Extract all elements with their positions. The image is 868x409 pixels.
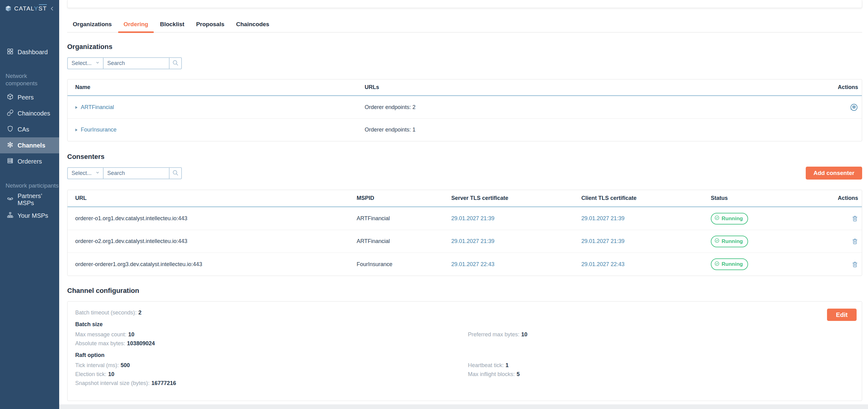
sidebar-item-label: Dashboard — [18, 49, 48, 56]
orderer-endpoints-cell: Orderer endpoints: 2 — [365, 104, 821, 110]
chevron-down-icon — [95, 170, 100, 176]
sidebar-item-cas[interactable]: CAs — [0, 121, 59, 137]
heartbeat-tick: Heartbeat tick:1 — [468, 361, 854, 370]
consenter-mspid: FourInsurance — [356, 261, 451, 268]
batch-timeout: Batch timeout (seconds):2 — [75, 308, 854, 317]
consenter-url: orderer-o2.org1.dev.catalyst.intellecteu… — [75, 238, 356, 244]
trash-icon[interactable] — [852, 238, 858, 245]
column-header-client-cert: Client TLS certificate — [581, 195, 711, 201]
client-cert-link[interactable]: 29.01.2027 22:43 — [581, 261, 711, 268]
channel-configuration-heading: Channel configuration — [67, 286, 862, 295]
tab-blocklist[interactable]: Blocklist — [160, 20, 184, 28]
org-chart-icon — [7, 212, 13, 220]
sidebar-item-peers[interactable]: Peers — [0, 89, 59, 105]
max-inflight-blocks: Max inflight blocks:5 — [468, 370, 854, 379]
column-header-server-cert: Server TLS certificate — [451, 195, 581, 201]
add-consenter-button[interactable]: Add consenter — [806, 167, 862, 179]
tab-organizations[interactable]: Organizations — [73, 20, 112, 28]
scrolled-card-bottom-edge — [67, 0, 862, 8]
consenter-mspid: ARTFinancial — [356, 215, 451, 222]
column-header-urls: URLs — [365, 84, 821, 91]
organization-link[interactable]: FourInsurance — [81, 127, 117, 133]
channel-configuration-card: Edit Batch timeout (seconds):2 Batch siz… — [67, 301, 862, 401]
sidebar-item-partners-msps[interactable]: Partners’ MSPs — [0, 192, 59, 208]
consenters-filter-select[interactable]: Select... — [68, 168, 103, 179]
table-row: ARTFinancial Orderer endpoints: 2 — [67, 96, 862, 118]
sidebar-nav: Dashboard Network components Peers — [0, 44, 59, 224]
consenters-filter-group: Select... — [67, 167, 182, 179]
tab-bar: Organizations Ordering Blocklist Proposa… — [67, 20, 862, 33]
sidebar-item-label: Chaincodes — [18, 110, 50, 117]
organizations-search-input[interactable] — [103, 58, 169, 69]
tab-proposals[interactable]: Proposals — [196, 20, 224, 28]
organizations-search-button[interactable] — [169, 58, 181, 69]
sidebar-collapse-icon[interactable] — [49, 6, 55, 11]
sidebar-item-label: Orderers — [18, 158, 42, 165]
sidebar-item-dashboard[interactable]: Dashboard — [0, 44, 59, 60]
select-placeholder: Select... — [71, 60, 92, 67]
app-root: CATALYST Dashboard Network components — [0, 0, 868, 409]
consenters-search-input[interactable] — [103, 168, 169, 179]
server-cert-link[interactable]: 29.01.2027 21:39 — [451, 238, 581, 244]
server-cert-link[interactable]: 29.01.2027 22:43 — [451, 261, 581, 268]
status-badge: Running — [711, 213, 748, 225]
search-icon — [172, 60, 179, 67]
tick-interval: Tick interval (ms):500 — [75, 361, 468, 370]
column-header-mspid: MSPID — [356, 195, 451, 201]
sync-organization-icon[interactable] — [850, 103, 858, 111]
server-cert-link[interactable]: 29.01.2027 21:39 — [451, 215, 581, 222]
trash-icon[interactable] — [852, 215, 858, 222]
column-header-url: URL — [75, 195, 356, 201]
sidebar-item-label: Your MSPs — [18, 212, 48, 219]
snapshot-interval-size: Snapshot interval size (bytes):16777216 — [75, 379, 468, 388]
peers-cube-icon — [7, 93, 13, 102]
organization-link[interactable]: ARTFinancial — [81, 104, 114, 110]
organizations-search-wrap — [103, 58, 169, 69]
client-cert-link[interactable]: 29.01.2027 21:39 — [581, 238, 711, 244]
sidebar-item-chaincodes[interactable]: Chaincodes — [0, 105, 59, 121]
tab-chaincodes[interactable]: Chaincodes — [236, 20, 270, 28]
sidebar-item-label: Peers — [18, 94, 34, 101]
sidebar-item-label: Channels — [18, 142, 45, 149]
expand-caret-icon[interactable] — [75, 104, 78, 110]
sidebar-item-channels[interactable]: Channels — [0, 137, 59, 154]
orderer-endpoints-cell: Orderer endpoints: 1 — [365, 127, 821, 133]
column-header-name: Name — [75, 84, 365, 91]
consenter-mspid: ARTFinancial — [356, 238, 451, 244]
client-cert-link[interactable]: 29.01.2027 21:39 — [581, 215, 711, 222]
consenters-table: URL MSPID Server TLS certificate Client … — [67, 190, 862, 276]
sidebar-item-your-msps[interactable]: Your MSPs — [0, 208, 59, 224]
brand-name: CATALYST — [14, 5, 47, 12]
trash-icon[interactable] — [852, 261, 858, 268]
consenter-url: orderer-orderer1.org3.dev.catalyst.intel… — [75, 261, 356, 268]
consenters-table-header: URL MSPID Server TLS certificate Client … — [67, 190, 862, 207]
check-circle-icon — [714, 261, 720, 268]
logo: CATALYST — [0, 0, 59, 17]
organizations-toolbar: Select... — [67, 57, 862, 69]
expand-caret-icon[interactable] — [75, 127, 78, 133]
consenters-search-button[interactable] — [169, 168, 181, 179]
table-row: orderer-orderer1.org3.dev.catalyst.intel… — [67, 253, 862, 276]
sidebar-section-network-components: Network components — [0, 72, 59, 87]
shield-icon — [7, 125, 13, 134]
tab-ordering[interactable]: Ordering — [124, 20, 148, 28]
sidebar-item-label: Partners’ MSPs — [18, 193, 59, 207]
organizations-filter-select[interactable]: Select... — [68, 58, 103, 69]
organizations-table-header: Name URLs Actions — [67, 79, 862, 96]
max-message-count: Max message count:10 — [75, 330, 468, 339]
logo-icon — [5, 5, 12, 13]
organizations-table: Name URLs Actions ARTFinancial Orderer e… — [67, 79, 862, 141]
channels-network-icon — [7, 141, 13, 150]
sidebar-item-orderers[interactable]: Orderers — [0, 154, 59, 169]
handshake-icon — [7, 196, 13, 204]
status-badge: Running — [711, 259, 748, 270]
consenters-heading: Consenters — [67, 152, 862, 161]
organizations-filter-group: Select... — [67, 57, 182, 69]
raft-option-heading: Raft option — [75, 351, 854, 360]
server-stack-icon — [7, 158, 13, 166]
edit-configuration-button[interactable]: Edit — [827, 309, 857, 321]
table-row: orderer-o2.org1.dev.catalyst.intellecteu… — [67, 230, 862, 253]
sidebar-section-network-participants: Network participants — [0, 182, 59, 190]
sidebar-item-label: CAs — [18, 126, 29, 133]
column-header-actions: Actions — [838, 195, 858, 201]
